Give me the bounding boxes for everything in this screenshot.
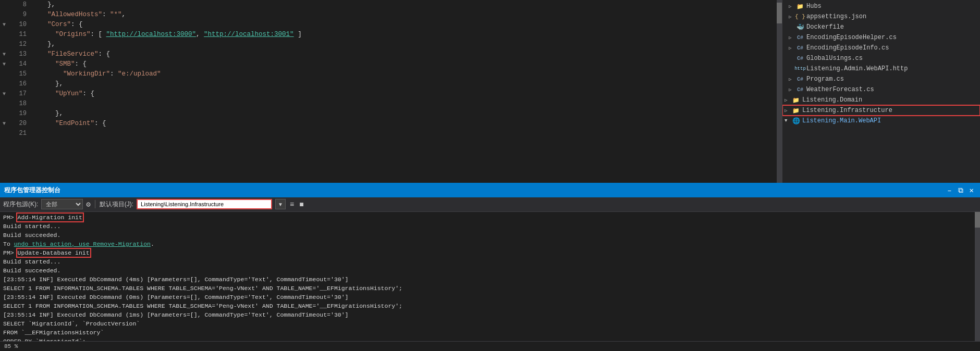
sidebar-item-listening-mainwebapi[interactable]: ▼ 🌐 Listening.Main.WebAPI — [782, 116, 980, 126]
undo-link[interactable]: undo this action, use Remove-Migration — [14, 241, 151, 247]
line-gutter-14: ▼ — [0, 59, 8, 69]
editor-area[interactable]: 8 }, 9 "AllowedHosts": "*", ▼ 10 "Cors":… — [0, 0, 782, 183]
sidebar-item-label: EncodingEpisodeHelper.cs — [806, 34, 897, 41]
console-line-6: Build started... — [3, 257, 972, 266]
console-line-7: Build succeeded. — [3, 266, 972, 275]
console-line-10: [23:55:14 INF] Executed DbCommand (0ms) … — [3, 293, 972, 302]
arrow-icon: ▷ — [785, 108, 792, 114]
line-gutter-20: ▼ — [0, 119, 8, 129]
pkg-source-label: 程序包源(K): — [3, 200, 38, 209]
editor-line-12: 12 }, — [0, 40, 782, 49]
line-number-9: 9 — [8, 10, 32, 20]
line-content-20: "EndPoint": { — [32, 119, 782, 129]
console-line-11: SELECT 1 FROM INFORMATION_SCHEMA.TABLES … — [3, 302, 972, 310]
pkg-source-dropdown[interactable]: 全部 — [41, 199, 83, 209]
clear-console-button[interactable]: ≡ — [289, 200, 295, 208]
line-number-18: 18 — [8, 99, 32, 109]
console-scroll-thumb — [975, 212, 980, 228]
editor-line-9: 9 "AllowedHosts": "*", — [0, 10, 782, 20]
sidebar-item-label: appsettings.json — [806, 13, 866, 20]
toolbar-separator — [95, 200, 95, 208]
console-line-4: To undo this action, use Remove-Migratio… — [3, 240, 972, 248]
editor-line-20: ▼ 20 "EndPoint": { — [0, 119, 782, 129]
line-content-9: "AllowedHosts": "*", — [32, 10, 782, 20]
line-content-8: }, — [32, 0, 782, 10]
sidebar: ▷ 📁 Hubs ▷ { } appsettings.json 🐳 Docker — [782, 0, 980, 183]
sidebar-item-appsettings[interactable]: ▷ { } appsettings.json — [782, 11, 980, 22]
line-gutter-17: ▼ — [0, 89, 8, 99]
editor-line-18: 18 — [0, 99, 782, 109]
globe-icon: 🌐 — [792, 117, 800, 125]
sidebar-item-weatherforecast[interactable]: ▷ C# WeatherForecast.cs — [782, 84, 980, 95]
console-line-15: ORDER BY `MigrationId`; — [3, 337, 972, 341]
editor-content: 8 }, 9 "AllowedHosts": "*", ▼ 10 "Cors":… — [0, 0, 782, 139]
editor-scrollbar[interactable] — [777, 0, 782, 183]
docker-icon: 🐳 — [796, 23, 804, 31]
default-project-label: 默认项目(J): — [100, 200, 133, 209]
folder-icon: 📁 — [792, 106, 800, 115]
sidebar-item-dockerfile[interactable]: 🐳 Dockerfile — [782, 22, 980, 32]
arrow-icon: ▷ — [785, 97, 792, 103]
line-content-16: }, — [32, 79, 782, 89]
editor-line-14: ▼ 14 "SMB": { — [0, 59, 782, 69]
panel-toolbar: 程序包源(K): 全部 ⚙ 默认项目(J): ▼ ≡ ■ — [0, 197, 980, 212]
console-line-3: Build succeeded. — [3, 231, 972, 240]
sidebar-item-hubs[interactable]: ▷ 📁 Hubs — [782, 1, 980, 11]
sidebar-item-encodinginfo[interactable]: ▷ C# EncodingEpisodeInfo.cs — [782, 43, 980, 53]
panel-minimize-button[interactable]: – — [945, 187, 953, 194]
line-number-14: 14 — [8, 59, 32, 69]
console-line-8: [23:55:14 INF] Executed DbCommand (4ms) … — [3, 275, 972, 284]
dropdown-arrow-button[interactable]: ▼ — [275, 199, 286, 209]
line-content-13: "FileService": { — [32, 49, 782, 59]
console-output[interactable]: PM> Add-Migration init Build started... … — [0, 212, 975, 341]
editor-line-19: 19 }, — [0, 109, 782, 119]
line-number-15: 15 — [8, 69, 32, 79]
console-line-12: [23:55:14 INF] Executed DbCommand (1ms) … — [3, 310, 972, 319]
line-content-14: "SMB": { — [32, 59, 782, 69]
package-manager-console: 程序包管理器控制台 – ⧉ ✕ 程序包源(K): 全部 ⚙ 默认项目(J): ▼… — [0, 183, 980, 341]
sidebar-item-globalusings[interactable]: C# GlobalUsings.cs — [782, 53, 980, 64]
line-number-19: 19 — [8, 109, 32, 119]
panel-controls: – ⧉ ✕ — [945, 187, 976, 194]
console-line-1: PM> Add-Migration init — [3, 213, 972, 222]
default-project-input[interactable] — [137, 199, 272, 209]
sidebar-item-http[interactable]: http Listening.Admin.WebAPI.http — [782, 64, 980, 74]
sidebar-item-label: WeatherForecast.cs — [806, 86, 874, 93]
line-number-20: 20 — [8, 119, 32, 129]
line-number-16: 16 — [8, 79, 32, 89]
sidebar-item-label: Dockerfile — [806, 23, 844, 31]
cs-icon: C# — [796, 75, 804, 83]
folder-icon: 📁 — [792, 96, 800, 104]
add-migration-cmd: Add-Migration init — [18, 214, 82, 221]
line-content-19: }, — [32, 109, 782, 119]
zoom-level: 85 % — [4, 343, 18, 349]
sidebar-item-listening-domain[interactable]: ▷ 📁 Listening.Domain — [782, 95, 980, 105]
panel-title: 程序包管理器控制台 — [4, 186, 60, 195]
sidebar-item-label: Listening.Admin.WebAPI.http — [806, 65, 908, 72]
line-number-21: 21 — [8, 129, 32, 139]
console-scrollbar[interactable] — [975, 212, 980, 341]
panel-titlebar: 程序包管理器控制台 – ⧉ ✕ — [0, 184, 980, 197]
sidebar-item-encodinghelper[interactable]: ▷ C# EncodingEpisodeHelper.cs — [782, 32, 980, 43]
editor-line-10: ▼ 10 "Cors": { — [0, 20, 782, 30]
line-number-11: 11 — [8, 30, 32, 40]
panel-restore-button[interactable]: ⧉ — [956, 187, 965, 194]
stop-button[interactable]: ■ — [298, 200, 304, 208]
line-number-8: 8 — [8, 0, 32, 10]
line-content-11: "Origins": [ "http://localhost:3000", "h… — [32, 30, 782, 40]
arrow-icon: ▼ — [785, 118, 792, 123]
sidebar-item-listening-infrastructure[interactable]: ▷ 📁 Listening.Infrastructure — [782, 105, 980, 116]
editor-line-15: 15 "WorkingDir": "e:/upload" — [0, 69, 782, 79]
line-content-10: "Cors": { — [32, 20, 782, 30]
sidebar-item-label: Listening.Main.WebAPI — [802, 117, 881, 124]
sidebar-item-program[interactable]: ▷ C# Program.cs — [782, 74, 980, 84]
console-line-5: PM> Update-Database init — [3, 248, 972, 257]
line-content-18 — [32, 99, 782, 109]
arrow-icon: ▷ — [789, 87, 796, 93]
sidebar-item-label: Listening.Domain — [802, 96, 862, 104]
line-gutter-10: ▼ — [0, 20, 8, 30]
sidebar-item-label: Listening.Infrastructure — [802, 107, 892, 114]
panel-close-button[interactable]: ✕ — [967, 187, 976, 194]
cs-icon: C# — [796, 85, 804, 94]
gear-icon[interactable]: ⚙ — [86, 200, 90, 209]
